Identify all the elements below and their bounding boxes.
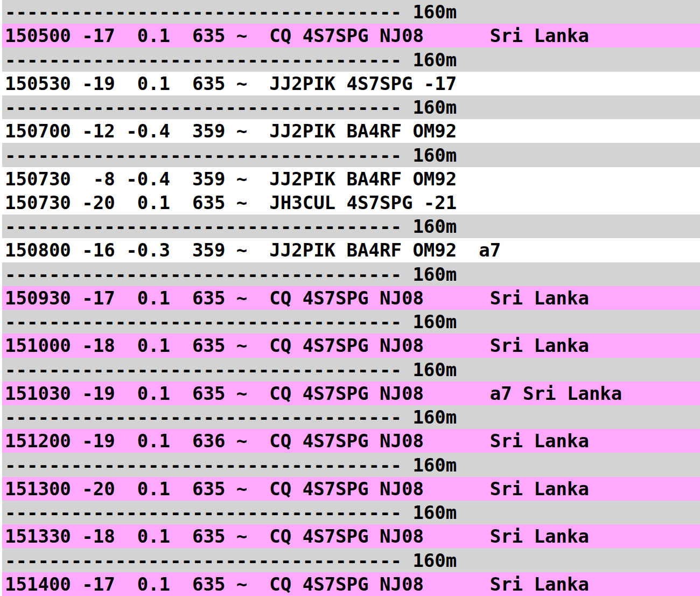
- decode-text: 151330 -18 0.1 635 ~ CQ 4S7SPG NJ08 Sri …: [5, 525, 589, 547]
- separator-text: ------------------------------------ 160…: [5, 96, 457, 118]
- band-separator-row: ------------------------------------ 160…: [2, 501, 700, 524]
- decode-row[interactable]: 151300 -20 0.1 635 ~ CQ 4S7SPG NJ08 Sri …: [2, 477, 700, 501]
- band-separator-row: ------------------------------------ 160…: [2, 214, 700, 238]
- separator-text: ------------------------------------ 160…: [5, 359, 457, 380]
- decode-row[interactable]: 150730 -8 -0.4 359 ~ JJ2PIK BA4RF OM92: [2, 167, 700, 191]
- band-separator-row: ------------------------------------ 160…: [2, 143, 700, 167]
- band-separator-row: ------------------------------------ 160…: [2, 0, 700, 24]
- band-separator-row: ------------------------------------ 160…: [2, 548, 700, 572]
- decode-row[interactable]: 151330 -18 0.1 635 ~ CQ 4S7SPG NJ08 Sri …: [2, 524, 700, 548]
- band-activity-pane: ------------------------------------ 160…: [2, 0, 700, 596]
- decode-row[interactable]: 150930 -17 0.1 635 ~ CQ 4S7SPG NJ08 Sri …: [2, 286, 700, 310]
- band-separator-row: ------------------------------------ 160…: [2, 47, 700, 71]
- decode-row[interactable]: 150730 -20 0.1 635 ~ JH3CUL 4S7SPG -21: [2, 191, 700, 214]
- decode-text: 150500 -17 0.1 635 ~ CQ 4S7SPG NJ08 Sri …: [5, 25, 589, 46]
- separator-text: ------------------------------------ 160…: [5, 1, 457, 23]
- separator-text: ------------------------------------ 160…: [5, 311, 457, 332]
- decode-text: 150730 -20 0.1 635 ~ JH3CUL 4S7SPG -21: [5, 192, 457, 213]
- decode-text: 150930 -17 0.1 635 ~ CQ 4S7SPG NJ08 Sri …: [5, 287, 589, 309]
- decode-text: 151400 -17 0.1 635 ~ CQ 4S7SPG NJ08 Sri …: [5, 573, 589, 595]
- band-separator-row: ------------------------------------ 160…: [2, 95, 700, 119]
- band-separator-row: ------------------------------------ 160…: [2, 405, 700, 429]
- decode-text: 151200 -19 0.1 636 ~ CQ 4S7SPG NJ08 Sri …: [5, 430, 589, 452]
- decode-row[interactable]: 150530 -19 0.1 635 ~ JJ2PIK 4S7SPG -17: [2, 72, 700, 95]
- decode-text: 151000 -18 0.1 635 ~ CQ 4S7SPG NJ08 Sri …: [5, 335, 589, 356]
- decode-row[interactable]: 151000 -18 0.1 635 ~ CQ 4S7SPG NJ08 Sri …: [2, 334, 700, 357]
- separator-text: ------------------------------------ 160…: [5, 49, 457, 71]
- separator-text: ------------------------------------ 160…: [5, 264, 457, 285]
- separator-text: ------------------------------------ 160…: [5, 550, 457, 571]
- separator-text: ------------------------------------ 160…: [5, 406, 457, 428]
- separator-text: ------------------------------------ 160…: [5, 502, 457, 523]
- decode-text: 150730 -8 -0.4 359 ~ JJ2PIK BA4RF OM92: [5, 168, 457, 190]
- separator-text: ------------------------------------ 160…: [5, 216, 457, 237]
- decode-text: 151030 -19 0.1 635 ~ CQ 4S7SPG NJ08 a7 S…: [5, 383, 622, 404]
- separator-text: ------------------------------------ 160…: [5, 454, 457, 476]
- decode-text: 150800 -16 -0.3 359 ~ JJ2PIK BA4RF OM92 …: [5, 239, 501, 261]
- decode-text: 150530 -19 0.1 635 ~ JJ2PIK 4S7SPG -17: [5, 73, 457, 94]
- decode-text: 151300 -20 0.1 635 ~ CQ 4S7SPG NJ08 Sri …: [5, 478, 589, 500]
- decode-text: 150700 -12 -0.4 359 ~ JJ2PIK BA4RF OM92: [5, 120, 457, 142]
- decode-row[interactable]: 150500 -17 0.1 635 ~ CQ 4S7SPG NJ08 Sri …: [2, 24, 700, 47]
- decode-row[interactable]: 150800 -16 -0.3 359 ~ JJ2PIK BA4RF OM92 …: [2, 238, 700, 262]
- decode-row[interactable]: 150700 -12 -0.4 359 ~ JJ2PIK BA4RF OM92: [2, 119, 700, 143]
- decode-row[interactable]: 151030 -19 0.1 635 ~ CQ 4S7SPG NJ08 a7 S…: [2, 382, 700, 405]
- band-separator-row: ------------------------------------ 160…: [2, 310, 700, 334]
- decode-row[interactable]: 151400 -17 0.1 635 ~ CQ 4S7SPG NJ08 Sri …: [2, 572, 700, 596]
- separator-text: ------------------------------------ 160…: [5, 144, 457, 166]
- decode-row[interactable]: 151200 -19 0.1 636 ~ CQ 4S7SPG NJ08 Sri …: [2, 429, 700, 453]
- band-separator-row: ------------------------------------ 160…: [2, 453, 700, 476]
- band-separator-row: ------------------------------------ 160…: [2, 262, 700, 286]
- band-separator-row: ------------------------------------ 160…: [2, 358, 700, 382]
